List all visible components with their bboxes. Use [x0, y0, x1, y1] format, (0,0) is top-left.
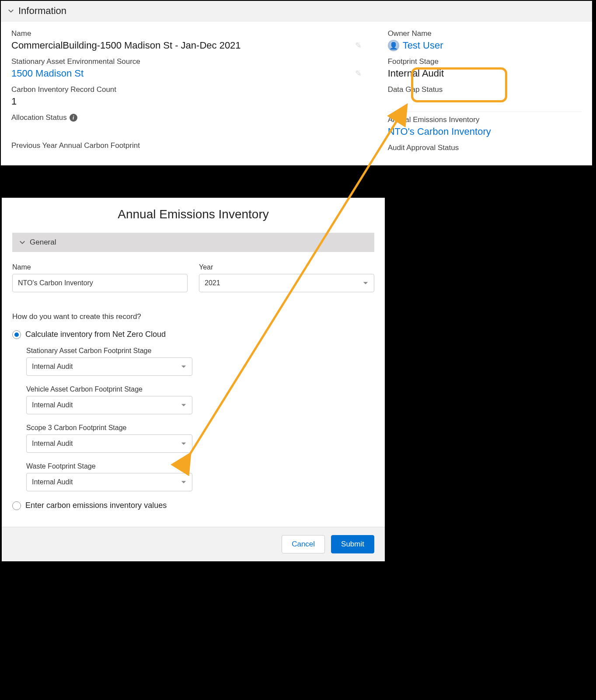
how-create-question: How do you want to create this record? — [12, 312, 374, 321]
vehicle-stage-label: Vehicle Asset Carbon Footprint Stage — [26, 385, 192, 393]
dialog-year-select[interactable]: 2021 — [199, 274, 374, 292]
general-section-header[interactable]: General — [12, 233, 374, 252]
scope3-stage-label: Scope 3 Carbon Footprint Stage — [26, 424, 192, 432]
chevron-down-icon — [362, 280, 369, 286]
chevron-down-icon — [181, 441, 187, 447]
edit-icon[interactable]: ✎ — [355, 69, 362, 78]
dialog-year-label: Year — [199, 263, 374, 271]
information-panel: Information Name CommercialBuilding-1500… — [0, 0, 593, 166]
dialog-footer: Cancel Submit — [2, 527, 385, 561]
footprint-stage-value: Internal Audit — [388, 68, 582, 79]
owner-name-label: Owner Name — [388, 29, 582, 38]
record-count-value: 1 — [11, 96, 388, 107]
radio-calculate[interactable]: Calculate inventory from Net Zero Cloud — [12, 330, 374, 339]
data-gap-value — [388, 96, 582, 107]
aei-dialog: Annual Emissions Inventory General Name … — [1, 197, 386, 562]
chevron-down-icon — [8, 8, 14, 14]
name-value[interactable]: CommercialBuilding-1500 Madison St - Jan… — [11, 40, 388, 51]
dialog-title: Annual Emissions Inventory — [2, 198, 385, 233]
env-source-value[interactable]: 1500 Madison St ✎ — [11, 68, 388, 79]
dialog-name-label: Name — [12, 263, 188, 271]
submit-button[interactable]: Submit — [331, 535, 374, 553]
aei-value[interactable]: NTO's Carbon Inventory — [388, 126, 582, 137]
audit-approval-label: Audit Approval Status — [388, 144, 582, 152]
name-label: Name — [11, 29, 388, 38]
chevron-down-icon — [181, 402, 187, 408]
scope3-stage-select[interactable]: Internal Audit — [26, 434, 192, 453]
waste-stage-label: Waste Footprint Stage — [26, 462, 192, 470]
vehicle-stage-select[interactable]: Internal Audit — [26, 396, 192, 414]
data-gap-label: Data Gap Status — [388, 85, 582, 94]
info-icon[interactable]: i — [70, 114, 77, 122]
information-section-header[interactable]: Information — [1, 1, 592, 21]
owner-name-value[interactable]: 👤 Test User — [388, 40, 582, 51]
record-count-label: Carbon Inventory Record Count — [11, 85, 388, 94]
waste-stage-select[interactable]: Internal Audit — [26, 473, 192, 491]
footprint-stage-label: Footprint Stage — [388, 57, 582, 66]
radio-icon[interactable] — [12, 501, 21, 510]
stationary-stage-label: Stationary Asset Carbon Footprint Stage — [26, 347, 192, 355]
information-title: Information — [18, 5, 66, 17]
avatar-icon: 👤 — [388, 40, 399, 51]
env-source-label: Stationary Asset Environmental Source — [11, 57, 388, 66]
allocation-status-label: Allocation Status i — [11, 113, 388, 122]
cancel-button[interactable]: Cancel — [282, 535, 325, 553]
edit-icon[interactable]: ✎ — [355, 41, 362, 50]
env-source-link[interactable]: 1500 Madison St — [11, 68, 84, 79]
chevron-down-icon — [181, 364, 187, 370]
aei-label: Annual Emissions Inventory — [388, 116, 582, 124]
prev-year-label: Previous Year Annual Carbon Footprint — [11, 141, 388, 150]
radio-enter-values[interactable]: Enter carbon emissions inventory values — [12, 501, 374, 510]
stationary-stage-select[interactable]: Internal Audit — [26, 357, 192, 376]
allocation-status-value — [11, 124, 388, 135]
chevron-down-icon — [181, 479, 187, 485]
radio-icon[interactable] — [12, 330, 21, 339]
chevron-down-icon — [19, 239, 25, 245]
aei-link[interactable]: NTO's Carbon Inventory — [388, 126, 491, 137]
dialog-name-input[interactable]: NTO's Carbon Inventory — [12, 274, 188, 292]
owner-link[interactable]: Test User — [403, 40, 443, 51]
